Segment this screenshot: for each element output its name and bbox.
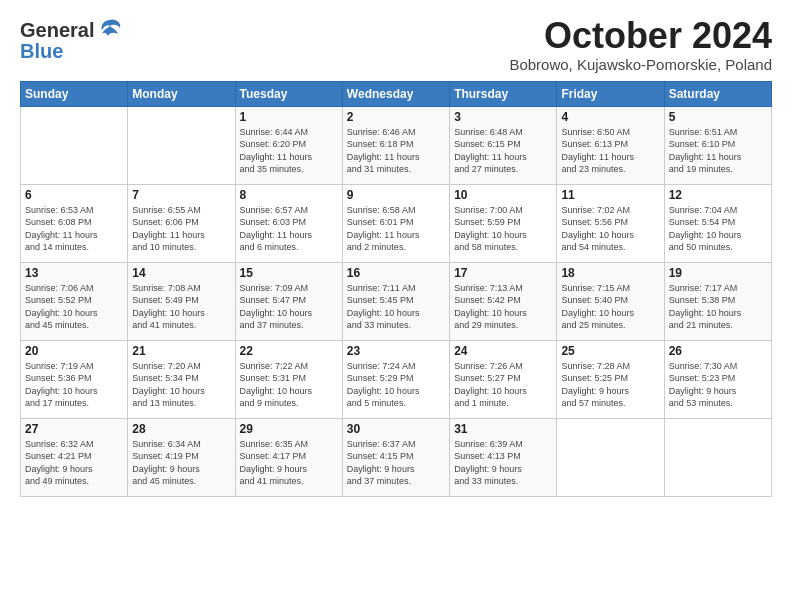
calendar-cell: 15Sunrise: 7:09 AM Sunset: 5:47 PM Dayli… [235, 262, 342, 340]
day-info: Sunrise: 6:44 AM Sunset: 6:20 PM Dayligh… [240, 126, 338, 176]
calendar-cell: 30Sunrise: 6:37 AM Sunset: 4:15 PM Dayli… [342, 418, 449, 496]
logo-bird-icon [96, 16, 124, 44]
header-day-saturday: Saturday [664, 81, 771, 106]
day-number: 4 [561, 110, 659, 124]
day-number: 31 [454, 422, 552, 436]
calendar-cell: 7Sunrise: 6:55 AM Sunset: 6:06 PM Daylig… [128, 184, 235, 262]
day-info: Sunrise: 7:00 AM Sunset: 5:59 PM Dayligh… [454, 204, 552, 254]
day-info: Sunrise: 6:35 AM Sunset: 4:17 PM Dayligh… [240, 438, 338, 488]
day-info: Sunrise: 6:39 AM Sunset: 4:13 PM Dayligh… [454, 438, 552, 488]
calendar-body: 1Sunrise: 6:44 AM Sunset: 6:20 PM Daylig… [21, 106, 772, 496]
day-info: Sunrise: 7:04 AM Sunset: 5:54 PM Dayligh… [669, 204, 767, 254]
day-number: 7 [132, 188, 230, 202]
day-info: Sunrise: 7:08 AM Sunset: 5:49 PM Dayligh… [132, 282, 230, 332]
day-number: 29 [240, 422, 338, 436]
calendar-cell: 10Sunrise: 7:00 AM Sunset: 5:59 PM Dayli… [450, 184, 557, 262]
day-info: Sunrise: 7:11 AM Sunset: 5:45 PM Dayligh… [347, 282, 445, 332]
calendar-cell: 21Sunrise: 7:20 AM Sunset: 5:34 PM Dayli… [128, 340, 235, 418]
week-row-0: 1Sunrise: 6:44 AM Sunset: 6:20 PM Daylig… [21, 106, 772, 184]
calendar-cell: 24Sunrise: 7:26 AM Sunset: 5:27 PM Dayli… [450, 340, 557, 418]
calendar-cell: 16Sunrise: 7:11 AM Sunset: 5:45 PM Dayli… [342, 262, 449, 340]
day-info: Sunrise: 6:50 AM Sunset: 6:13 PM Dayligh… [561, 126, 659, 176]
day-info: Sunrise: 7:28 AM Sunset: 5:25 PM Dayligh… [561, 360, 659, 410]
calendar-cell: 8Sunrise: 6:57 AM Sunset: 6:03 PM Daylig… [235, 184, 342, 262]
day-number: 6 [25, 188, 123, 202]
calendar-cell: 29Sunrise: 6:35 AM Sunset: 4:17 PM Dayli… [235, 418, 342, 496]
header-day-tuesday: Tuesday [235, 81, 342, 106]
header-day-monday: Monday [128, 81, 235, 106]
calendar-cell: 26Sunrise: 7:30 AM Sunset: 5:23 PM Dayli… [664, 340, 771, 418]
day-info: Sunrise: 6:46 AM Sunset: 6:18 PM Dayligh… [347, 126, 445, 176]
calendar-cell: 22Sunrise: 7:22 AM Sunset: 5:31 PM Dayli… [235, 340, 342, 418]
calendar-cell: 13Sunrise: 7:06 AM Sunset: 5:52 PM Dayli… [21, 262, 128, 340]
day-info: Sunrise: 7:30 AM Sunset: 5:23 PM Dayligh… [669, 360, 767, 410]
day-number: 13 [25, 266, 123, 280]
header-day-friday: Friday [557, 81, 664, 106]
calendar-cell: 9Sunrise: 6:58 AM Sunset: 6:01 PM Daylig… [342, 184, 449, 262]
day-number: 23 [347, 344, 445, 358]
day-number: 28 [132, 422, 230, 436]
week-row-2: 13Sunrise: 7:06 AM Sunset: 5:52 PM Dayli… [21, 262, 772, 340]
day-info: Sunrise: 6:34 AM Sunset: 4:19 PM Dayligh… [132, 438, 230, 488]
day-number: 19 [669, 266, 767, 280]
header-row: SundayMondayTuesdayWednesdayThursdayFrid… [21, 81, 772, 106]
calendar-cell: 20Sunrise: 7:19 AM Sunset: 5:36 PM Dayli… [21, 340, 128, 418]
week-row-1: 6Sunrise: 6:53 AM Sunset: 6:08 PM Daylig… [21, 184, 772, 262]
day-number: 16 [347, 266, 445, 280]
day-number: 18 [561, 266, 659, 280]
calendar-header: SundayMondayTuesdayWednesdayThursdayFrid… [21, 81, 772, 106]
calendar-cell: 18Sunrise: 7:15 AM Sunset: 5:40 PM Dayli… [557, 262, 664, 340]
day-info: Sunrise: 7:26 AM Sunset: 5:27 PM Dayligh… [454, 360, 552, 410]
header-day-wednesday: Wednesday [342, 81, 449, 106]
header-day-thursday: Thursday [450, 81, 557, 106]
calendar-cell: 25Sunrise: 7:28 AM Sunset: 5:25 PM Dayli… [557, 340, 664, 418]
day-number: 9 [347, 188, 445, 202]
header: General Blue October 2024 Bobrowo, Kujaw… [20, 16, 772, 73]
day-info: Sunrise: 6:37 AM Sunset: 4:15 PM Dayligh… [347, 438, 445, 488]
day-number: 2 [347, 110, 445, 124]
day-info: Sunrise: 7:13 AM Sunset: 5:42 PM Dayligh… [454, 282, 552, 332]
day-number: 25 [561, 344, 659, 358]
calendar-cell: 19Sunrise: 7:17 AM Sunset: 5:38 PM Dayli… [664, 262, 771, 340]
day-info: Sunrise: 7:02 AM Sunset: 5:56 PM Dayligh… [561, 204, 659, 254]
day-number: 12 [669, 188, 767, 202]
calendar-cell: 12Sunrise: 7:04 AM Sunset: 5:54 PM Dayli… [664, 184, 771, 262]
day-info: Sunrise: 7:06 AM Sunset: 5:52 PM Dayligh… [25, 282, 123, 332]
week-row-4: 27Sunrise: 6:32 AM Sunset: 4:21 PM Dayli… [21, 418, 772, 496]
day-number: 26 [669, 344, 767, 358]
calendar-cell: 23Sunrise: 7:24 AM Sunset: 5:29 PM Dayli… [342, 340, 449, 418]
calendar-cell: 4Sunrise: 6:50 AM Sunset: 6:13 PM Daylig… [557, 106, 664, 184]
day-info: Sunrise: 7:20 AM Sunset: 5:34 PM Dayligh… [132, 360, 230, 410]
day-info: Sunrise: 6:53 AM Sunset: 6:08 PM Dayligh… [25, 204, 123, 254]
calendar-cell [21, 106, 128, 184]
calendar-table: SundayMondayTuesdayWednesdayThursdayFrid… [20, 81, 772, 497]
calendar-cell: 17Sunrise: 7:13 AM Sunset: 5:42 PM Dayli… [450, 262, 557, 340]
day-info: Sunrise: 7:17 AM Sunset: 5:38 PM Dayligh… [669, 282, 767, 332]
calendar-cell: 5Sunrise: 6:51 AM Sunset: 6:10 PM Daylig… [664, 106, 771, 184]
day-number: 30 [347, 422, 445, 436]
logo: General Blue [20, 16, 124, 63]
month-title: October 2024 [509, 16, 772, 56]
day-info: Sunrise: 7:24 AM Sunset: 5:29 PM Dayligh… [347, 360, 445, 410]
calendar-cell [664, 418, 771, 496]
day-info: Sunrise: 6:32 AM Sunset: 4:21 PM Dayligh… [25, 438, 123, 488]
calendar-cell: 2Sunrise: 6:46 AM Sunset: 6:18 PM Daylig… [342, 106, 449, 184]
title-block: October 2024 Bobrowo, Kujawsko-Pomorskie… [509, 16, 772, 73]
logo-blue: Blue [20, 40, 63, 63]
day-info: Sunrise: 6:57 AM Sunset: 6:03 PM Dayligh… [240, 204, 338, 254]
calendar-cell [557, 418, 664, 496]
day-number: 17 [454, 266, 552, 280]
day-number: 22 [240, 344, 338, 358]
calendar-cell: 14Sunrise: 7:08 AM Sunset: 5:49 PM Dayli… [128, 262, 235, 340]
page: General Blue October 2024 Bobrowo, Kujaw… [0, 0, 792, 612]
day-info: Sunrise: 7:09 AM Sunset: 5:47 PM Dayligh… [240, 282, 338, 332]
day-number: 8 [240, 188, 338, 202]
calendar-cell: 31Sunrise: 6:39 AM Sunset: 4:13 PM Dayli… [450, 418, 557, 496]
day-number: 15 [240, 266, 338, 280]
day-info: Sunrise: 7:15 AM Sunset: 5:40 PM Dayligh… [561, 282, 659, 332]
day-number: 24 [454, 344, 552, 358]
location: Bobrowo, Kujawsko-Pomorskie, Poland [509, 56, 772, 73]
day-info: Sunrise: 6:48 AM Sunset: 6:15 PM Dayligh… [454, 126, 552, 176]
calendar-cell: 27Sunrise: 6:32 AM Sunset: 4:21 PM Dayli… [21, 418, 128, 496]
calendar-cell [128, 106, 235, 184]
